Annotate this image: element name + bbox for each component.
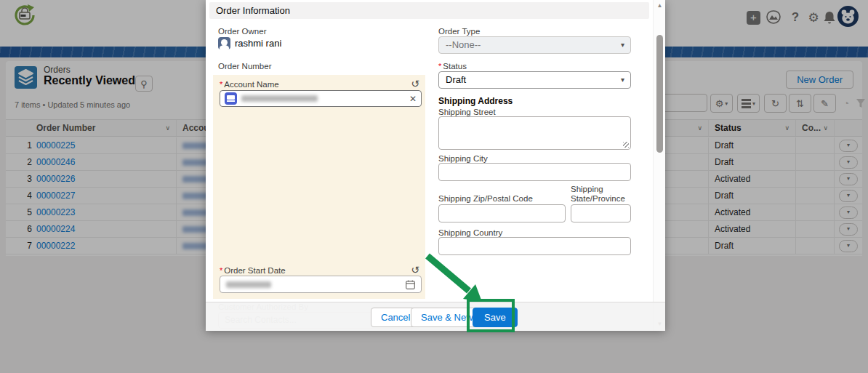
resize-handle[interactable] <box>623 142 629 148</box>
required-asterisk: * <box>220 266 222 275</box>
order-number-label: Order Number <box>218 62 272 71</box>
status-label: *Status <box>438 62 467 71</box>
save-button[interactable]: Save <box>473 308 518 327</box>
required-asterisk: * <box>220 80 222 89</box>
shipping-city-label: Shipping City <box>438 154 488 163</box>
shipping-zip-input[interactable] <box>438 204 566 222</box>
scrollbar-thumb[interactable] <box>656 35 663 153</box>
account-name-label: *Account Name <box>220 80 279 89</box>
account-name-lookup[interactable]: ✕ <box>220 90 422 107</box>
shipping-state-label: Shipping State/Province <box>571 185 638 204</box>
date-value-redacted <box>226 281 271 288</box>
shipping-country-label: Shipping Country <box>438 228 502 237</box>
section-title: Order Information <box>209 2 649 19</box>
order-owner-value: rashmi rani <box>235 38 281 49</box>
order-owner-value-row: rashmi rani <box>218 37 281 49</box>
order-type-select: --None--▾ <box>438 36 631 54</box>
undo-icon[interactable]: ↺ <box>411 78 419 89</box>
calendar-icon[interactable] <box>406 280 415 289</box>
undo-icon[interactable]: ↺ <box>411 264 419 276</box>
status-select[interactable]: Draft▾ <box>438 71 631 89</box>
modal-footer: Cancel Save & New Save <box>206 302 665 331</box>
new-order-modal: Order Information Order Owner rashmi ran… <box>206 0 665 331</box>
clear-x-icon[interactable]: ✕ <box>409 94 417 104</box>
shipping-zip-label: Shipping Zip/Postal Code <box>438 194 533 203</box>
account-icon <box>225 92 237 105</box>
order-type-label: Order Type <box>438 27 480 36</box>
order-start-date-input[interactable] <box>220 276 422 293</box>
edited-fields-highlight: *Account Name ↺ ✕ *Order Start Date ↺ <box>213 75 425 299</box>
shipping-country-input[interactable] <box>438 237 631 255</box>
caret-down-icon: ▾ <box>621 37 624 53</box>
shipping-city-input[interactable] <box>438 163 631 181</box>
caret-down-icon: ▾ <box>621 72 624 88</box>
required-asterisk: * <box>438 62 441 71</box>
owner-avatar <box>218 37 230 49</box>
account-value-redacted <box>241 95 318 102</box>
scroll-up-icon[interactable]: ▲ <box>656 2 664 9</box>
modal-scrollbar[interactable]: ▲ ▼ <box>653 0 665 331</box>
order-owner-label: Order Owner <box>218 27 266 36</box>
shipping-address-heading: Shipping Address <box>438 96 513 106</box>
shipping-state-input[interactable] <box>571 204 631 222</box>
shipping-street-label: Shipping Street <box>438 108 496 116</box>
shipping-street-textarea[interactable] <box>438 116 631 150</box>
order-start-date-label: *Order Start Date <box>220 266 286 275</box>
